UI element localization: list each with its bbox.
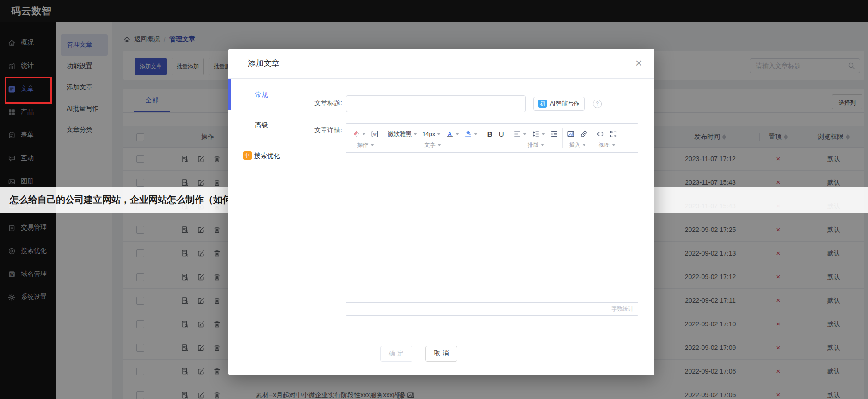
chevron-down-icon <box>474 133 478 135</box>
editor-group-插入: 插入 <box>563 124 592 152</box>
word-doc-icon[interactable]: W <box>371 130 379 138</box>
article-title-input[interactable] <box>346 95 526 112</box>
indent-icon <box>550 130 558 138</box>
editor-font_name-control[interactable]: 微软雅黑 <box>388 130 417 138</box>
confirm-button[interactable]: 确 定 <box>380 346 412 362</box>
editor-group-label: 操作 <box>357 141 369 149</box>
modal-header: 添加文章 × <box>228 49 654 79</box>
cancel-button[interactable]: 取 消 <box>425 346 457 362</box>
chevron-down-icon <box>456 133 459 135</box>
indent-icon[interactable] <box>550 130 558 138</box>
highlight-box <box>5 77 52 104</box>
chevron-down-icon <box>362 133 366 135</box>
editor-font_size-control[interactable]: 14px <box>422 131 441 137</box>
fullscreen-icon <box>609 130 617 138</box>
svg-text:A: A <box>448 131 452 137</box>
image-icon[interactable] <box>567 130 575 138</box>
font-color-icon: A <box>446 130 454 138</box>
editor-group-操作: W操作 <box>348 124 383 152</box>
modal-tab-label: 高级 <box>255 121 268 129</box>
editor-group-label: 文字 <box>425 141 436 149</box>
modal-tab-label: 常规 <box>255 91 268 98</box>
editor-underline-label: U <box>498 130 505 138</box>
link-icon <box>580 130 588 138</box>
chevron-down-icon <box>437 144 441 146</box>
help-icon[interactable]: ? <box>593 100 602 108</box>
chevron-down-icon <box>542 133 545 135</box>
align-icon <box>513 130 521 138</box>
align-icon[interactable] <box>513 130 527 138</box>
rich-text-editor: W操作微软雅黑14pxA文字BU排版插入视图 字数统计 <box>346 123 638 316</box>
editor-bold-label: B <box>486 130 493 138</box>
modal-title: 添加文章 <box>248 49 279 78</box>
editor-underline-control[interactable]: U <box>498 130 505 138</box>
editor-bold-control[interactable]: B <box>486 130 493 138</box>
chevron-down-icon <box>413 133 417 135</box>
editor-group-label: 排版 <box>528 141 539 149</box>
chevron-down-icon <box>612 144 616 146</box>
seo-badge-icon: 中 <box>243 151 252 160</box>
line-height-icon[interactable] <box>532 130 545 138</box>
editor-group-inline: BU <box>482 124 509 152</box>
fullscreen-icon[interactable] <box>609 130 617 138</box>
ai-badge-icon: 初 <box>538 100 547 108</box>
font-color-icon[interactable]: A <box>446 130 459 138</box>
editor-toolbar: W操作微软雅黑14pxA文字BU排版插入视图 <box>346 124 638 153</box>
image-icon <box>567 130 575 138</box>
eraser-icon <box>352 130 360 138</box>
eraser-icon[interactable] <box>352 130 366 138</box>
editor-font_name-label: 微软雅黑 <box>388 130 412 138</box>
line-height-icon <box>532 130 540 138</box>
chevron-down-icon <box>370 144 374 146</box>
chevron-down-icon <box>582 144 586 146</box>
editor-group-label: 视图 <box>599 141 610 149</box>
modal-tab-general[interactable]: 常规 <box>228 79 295 110</box>
modal-tab-seo[interactable]: 中搜索优化 <box>228 140 295 171</box>
fill-color-icon[interactable] <box>464 130 478 138</box>
word-count-bar: 字数统计 <box>346 302 638 315</box>
fill-color-icon <box>464 130 472 138</box>
editor-group-视图: 视图 <box>592 124 622 152</box>
modal-tab-label: 搜索优化 <box>254 152 280 159</box>
chevron-down-icon <box>523 133 527 135</box>
close-icon[interactable]: × <box>635 56 642 69</box>
editor-group-文字: 微软雅黑14pxA文字 <box>383 124 482 152</box>
modal-tab-advanced[interactable]: 高级 <box>228 110 295 140</box>
article-title-label: 文章标题: <box>293 99 342 107</box>
editor-group-label: 插入 <box>569 141 580 149</box>
chevron-down-icon <box>541 144 544 146</box>
word-doc-icon: W <box>371 130 379 138</box>
chevron-down-icon <box>437 133 441 135</box>
svg-text:W: W <box>373 132 376 137</box>
code-icon[interactable] <box>597 130 604 138</box>
add-article-modal: 添加文章 × 常规高级中搜索优化 文章标题: 初 AI智能写作 ? 文章详情: … <box>228 49 654 375</box>
ai-writing-button[interactable]: 初 AI智能写作 <box>533 97 585 111</box>
editor-group-排版: 排版 <box>509 124 562 152</box>
code-icon <box>597 130 604 138</box>
editor-font_size-label: 14px <box>422 131 435 137</box>
link-icon[interactable] <box>580 130 588 138</box>
article-detail-label: 文章详情: <box>293 126 342 135</box>
